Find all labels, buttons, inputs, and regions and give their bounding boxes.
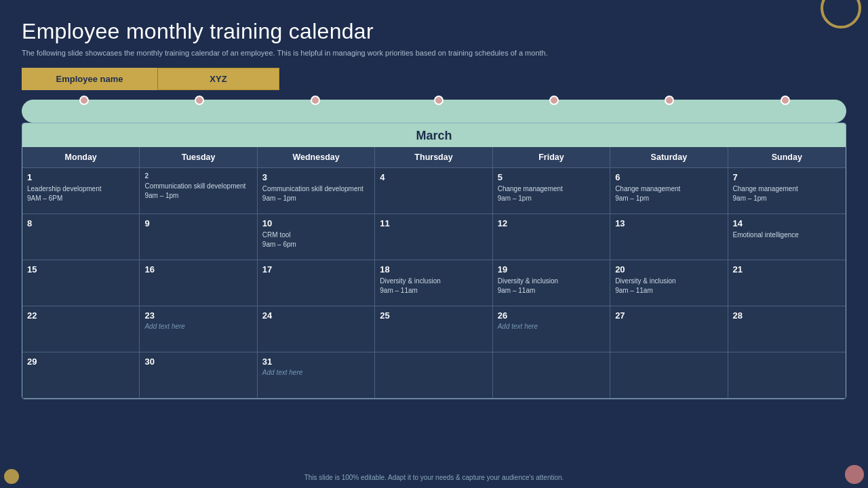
calendar-cell [728,352,846,399]
cell-date: 21 [733,264,841,274]
calendar-cell: 10CRM tool9am – 6pm [258,214,375,260]
cell-date: 27 [615,310,722,321]
timeline-dot [79,96,89,105]
cell-date: 1 [27,172,134,182]
cell-date: 3 [262,172,370,182]
calendar-cell: 21 [728,260,846,306]
cell-date: 19 [498,264,605,274]
cell-date: 31 [262,357,370,367]
page-title: Employee monthly training calendar [22,19,846,44]
day-header: Wednesday [258,147,375,168]
calendar-cell: 25 [375,306,492,352]
calendar-cell: 29 [22,352,140,399]
calendar-cell: 14Emotional intelligence [728,214,846,260]
cell-date: 20 [615,264,722,274]
cell-date: 9 [144,218,252,228]
day-header: Saturday [610,147,728,168]
calendar-cell: 5Change management9am – 1pm [493,168,610,214]
footer: This slide is 100% editable. Adapt it to… [0,474,868,481]
employee-name-value: XYZ [157,68,279,90]
calendar-cell: 26Add text here [493,306,610,352]
calendar-cell [375,352,492,399]
calendar-cell: 27 [610,306,728,352]
calendar-cell [493,352,610,399]
cell-date: 17 [262,264,370,274]
calendar-container: March MondayTuesdayWednesdayThursdayFrid… [22,123,846,399]
timeline-dot [311,96,320,105]
calendar-cell: 23Add text here [140,306,257,352]
calendar-cell: 19Diversity & inclusion9am – 11am [493,260,610,306]
cell-event: Add text here [262,369,370,376]
cell-event: Communication skill development9am – 1pm [144,182,252,200]
calendar-cell: 1Leadership development9AM – 6PM [22,168,140,214]
cell-date: 22 [27,310,134,321]
timeline-dot [549,96,559,105]
timeline-dot [434,96,443,105]
calendar-cell: 9 [140,214,257,260]
calendar-cell: 4 [375,168,492,214]
cell-date: 10 [262,218,370,228]
calendar-cell: 13 [610,214,728,260]
day-header: Thursday [375,147,492,168]
month-header: March [22,123,846,147]
cell-date: 4 [380,172,487,182]
calendar-cell: 15 [22,260,140,306]
cell-date: 14 [733,218,841,228]
cell-date: 2 [144,172,252,180]
cell-date: 11 [380,218,487,228]
employee-name-row: Employee name XYZ [22,68,307,90]
days-header: MondayTuesdayWednesdayThursdayFridaySatu… [22,147,846,168]
timeline-dot [665,96,674,105]
calendar-cell: 31Add text here [258,352,375,399]
cell-event: Change management9am – 1pm [733,184,841,203]
calendar-cell: 8 [22,214,140,260]
cell-date: 5 [498,172,605,182]
calendar-cell: 22 [22,306,140,352]
cell-event: Change management9am – 1pm [498,184,605,203]
timeline-strip [22,100,846,123]
cell-event: CRM tool9am – 6pm [262,230,370,249]
calendar-cell: 2Communication skill development9am – 1p… [140,168,257,214]
calendar-cell [610,352,728,399]
cell-event: Diversity & inclusion9am – 11am [380,277,487,295]
cell-date: 25 [380,310,487,321]
day-header: Friday [493,147,610,168]
calendar-cell: 18Diversity & inclusion9am – 11am [375,260,492,306]
cell-date: 6 [615,172,722,182]
calendar-cell: 3Communication skill development9am – 1p… [258,168,375,214]
calendar-cell: 6Change management9am – 1pm [610,168,728,214]
calendar-cell: 20Diversity & inclusion9am – 11am [610,260,728,306]
calendar-cell: 12 [493,214,610,260]
cell-date: 8 [27,218,134,228]
timeline-dot [195,96,204,105]
cell-date: 12 [498,218,605,228]
cell-event: Emotional intelligence [733,230,841,240]
cell-event: Leadership development9AM – 6PM [27,184,134,203]
cell-date: 7 [733,172,841,182]
calendar-cell: 28 [728,306,846,352]
cell-event: Diversity & inclusion9am – 11am [615,277,722,295]
calendar-cell: 16 [140,260,257,306]
page-wrapper: Employee monthly training calendar The f… [0,0,868,488]
calendar-grid: 1Leadership development9AM – 6PM2Communi… [22,168,846,399]
cell-date: 23 [144,310,252,321]
cell-date: 16 [144,264,252,274]
page-subtitle: The following slide showcases the monthl… [22,48,551,58]
cell-date: 13 [615,218,722,228]
calendar-cell: 7Change management9am – 1pm [728,168,846,214]
cell-event: Add text here [498,323,605,330]
calendar-cell: 24 [258,306,375,352]
day-header: Sunday [728,147,846,168]
calendar-cell: 11 [375,214,492,260]
cell-date: 29 [27,357,134,367]
cell-date: 30 [144,357,252,367]
cell-date: 24 [262,310,370,321]
day-header: Tuesday [140,147,257,168]
cell-event: Communication skill development9am – 1pm [262,184,370,203]
employee-name-label: Employee name [22,68,157,90]
calendar-cell: 30 [140,352,257,399]
day-header: Monday [22,147,140,168]
calendar-cell: 17 [258,260,375,306]
timeline-dot [781,96,790,105]
cell-date: 18 [380,264,487,274]
